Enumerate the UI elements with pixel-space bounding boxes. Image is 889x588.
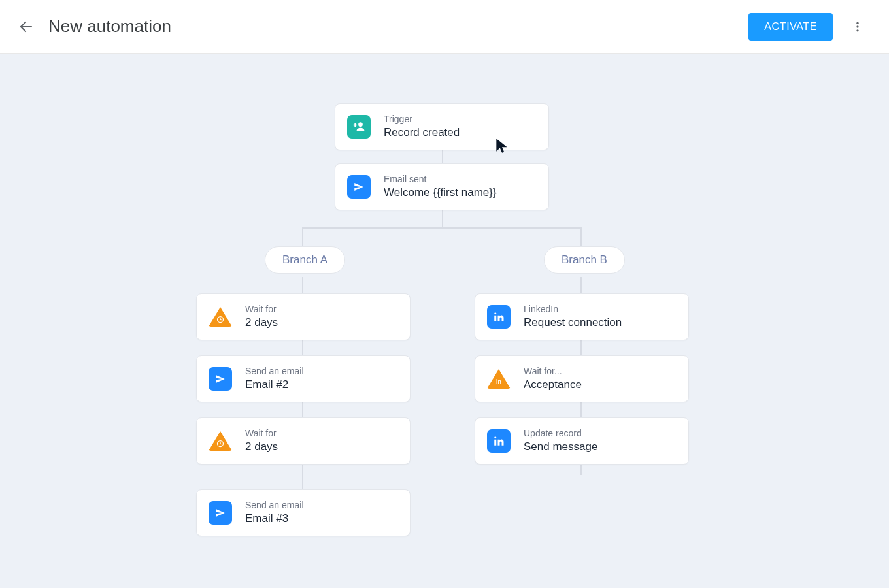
- email-a4-sub: Send an email: [245, 499, 304, 512]
- email-node-a2[interactable]: Send an email Email #2: [196, 355, 411, 402]
- connector: [580, 277, 582, 293]
- wait-icon: [209, 429, 232, 453]
- update-b3-sub: Update record: [524, 427, 597, 440]
- connector: [302, 227, 303, 247]
- activate-button[interactable]: ACTIVATE: [748, 13, 833, 41]
- svg-rect-6: [354, 123, 356, 127]
- linkedin-icon: [487, 305, 511, 329]
- person-add-icon: [347, 115, 371, 139]
- svg-point-4: [358, 122, 363, 127]
- wait-a1-sub: Wait for: [245, 303, 278, 316]
- linkedin-node-b1[interactable]: LinkedIn Request connection: [475, 293, 689, 340]
- wait-node-a1[interactable]: Wait for 2 days: [196, 293, 411, 340]
- connector: [580, 339, 582, 355]
- svg-rect-9: [494, 316, 496, 321]
- email-sent-sub: Email sent: [384, 173, 497, 186]
- wait-b2-title: Acceptance: [524, 378, 582, 393]
- svg-point-10: [494, 312, 496, 314]
- wait-linkedin-icon: in: [487, 367, 511, 391]
- connector: [302, 339, 303, 355]
- email-node-a4[interactable]: Send an email Email #3: [196, 489, 411, 536]
- more-button[interactable]: [845, 14, 871, 40]
- wait-b2-sub: Wait for...: [524, 365, 582, 378]
- svg-point-1: [856, 22, 858, 24]
- update-node-b3[interactable]: Update record Send message: [475, 417, 689, 465]
- connector: [580, 227, 582, 247]
- cursor-icon: [495, 137, 509, 157]
- connector: [302, 463, 303, 489]
- wait-a1-title: 2 days: [245, 316, 278, 331]
- svg-rect-11: [494, 440, 496, 446]
- connector: [442, 209, 443, 227]
- branch-a-pill[interactable]: Branch A: [265, 246, 345, 274]
- wait-a3-sub: Wait for: [245, 427, 278, 440]
- arrow-left-icon: [18, 19, 34, 35]
- email-sent-title: Welcome {{first name}}: [384, 186, 497, 201]
- send-icon: [347, 175, 371, 199]
- automation-canvas[interactable]: Trigger Record created Email sent Welcom…: [0, 54, 889, 588]
- wait-icon: [209, 305, 232, 329]
- more-vertical-icon: [851, 20, 864, 33]
- send-icon: [209, 367, 232, 391]
- wait-node-b2[interactable]: in Wait for... Acceptance: [475, 355, 689, 402]
- connector: [580, 463, 582, 475]
- email-sent-node[interactable]: Email sent Welcome {{first name}}: [335, 163, 549, 210]
- connector: [580, 401, 582, 417]
- trigger-node[interactable]: Trigger Record created: [335, 103, 549, 150]
- connector: [302, 277, 303, 293]
- connector: [302, 227, 582, 229]
- page-title: New automation: [48, 16, 748, 37]
- svg-point-12: [494, 436, 496, 438]
- email-a2-sub: Send an email: [245, 365, 304, 378]
- email-a2-title: Email #2: [245, 378, 304, 393]
- branch-b-pill[interactable]: Branch B: [544, 246, 625, 274]
- linkedin-icon: [487, 429, 511, 453]
- email-a4-title: Email #3: [245, 512, 304, 527]
- svg-point-2: [856, 25, 858, 27]
- update-b3-title: Send message: [524, 440, 597, 455]
- connector: [442, 149, 443, 163]
- trigger-title: Record created: [384, 125, 460, 140]
- trigger-sub: Trigger: [384, 113, 460, 125]
- wait-node-a3[interactable]: Wait for 2 days: [196, 417, 411, 465]
- back-button[interactable]: [13, 14, 39, 40]
- app-header: New automation ACTIVATE: [0, 0, 889, 54]
- wait-a3-title: 2 days: [245, 440, 278, 455]
- svg-point-3: [856, 29, 858, 31]
- send-icon: [209, 501, 232, 525]
- linkedin-b1-title: Request connection: [524, 316, 622, 331]
- connector: [302, 401, 303, 417]
- linkedin-b1-sub: LinkedIn: [524, 303, 622, 316]
